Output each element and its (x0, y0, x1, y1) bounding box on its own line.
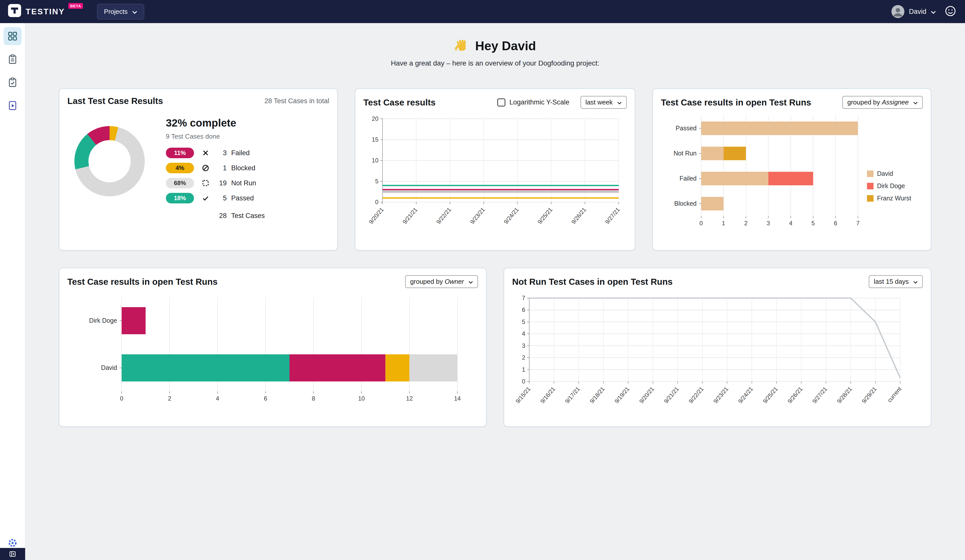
svg-text:9/23/21: 9/23/21 (469, 206, 486, 225)
svg-text:9/26/21: 9/26/21 (570, 206, 587, 225)
chart-legend: DavidDirk DogeFranz Wurst (867, 170, 911, 237)
result-row-blocked: 4% 1 Blocked (166, 160, 265, 176)
failed-icon (201, 149, 209, 157)
card-title: Test Case results (363, 98, 435, 108)
svg-text:Blocked: Blocked (674, 200, 697, 207)
result-count: 5 (214, 194, 227, 202)
svg-text:0: 0 (522, 378, 525, 385)
passed-icon (201, 194, 209, 202)
result-count: 3 (214, 149, 227, 157)
card-title: Last Test Case Results (67, 96, 163, 106)
total-test-cases-note: 28 Test Cases in total (264, 97, 329, 105)
legend-swatch (867, 170, 873, 177)
svg-text:9/27/21: 9/27/21 (811, 386, 828, 405)
legend-item: Dirk Doge (867, 182, 911, 189)
legend-item: Franz Wurst (867, 194, 911, 202)
legend-item: David (867, 170, 911, 177)
group-by-select[interactable]: grouped by Assignee (842, 96, 923, 109)
log-scale-toggle[interactable]: Logarithmic Y-Scale (497, 98, 569, 106)
clipboard-check-icon (7, 77, 18, 88)
user-menu[interactable]: David (891, 5, 936, 18)
range-select[interactable]: last week (581, 96, 627, 109)
svg-text:20: 20 (372, 115, 378, 122)
svg-text:9/25/21: 9/25/21 (536, 206, 554, 225)
range-select[interactable]: last 15 days (869, 275, 923, 288)
projects-dropdown[interactable]: Projects (97, 4, 144, 20)
card-last-test-case-results: Last Test Case Results 28 Test Cases in … (59, 88, 338, 251)
sidebar-item-overview[interactable] (3, 27, 21, 45)
result-count: 1 (214, 164, 227, 172)
not-run-line-chart: 012345679/15/219/16/219/17/219/18/219/19… (512, 292, 920, 416)
svg-text:7: 7 (856, 220, 859, 227)
svg-text:10: 10 (358, 395, 365, 402)
testiny-logo-icon (8, 4, 21, 19)
total-label: Test Cases (231, 212, 265, 220)
total-count: 28 (214, 212, 227, 220)
sidebar-item-test-plans[interactable] (3, 73, 21, 91)
open-runs-owner-bar-chart: 02468101214Dirk DogeDavid (67, 292, 476, 413)
beta-badge: BETA (68, 3, 83, 9)
chevron-down-icon (913, 98, 918, 106)
greeting: Hey David (59, 38, 931, 54)
card-open-runs-by-owner: Test Case results in open Test Runs grou… (59, 268, 486, 427)
svg-text:1: 1 (722, 220, 725, 227)
legend-swatch (867, 195, 873, 202)
svg-text:9/15/21: 9/15/21 (514, 386, 532, 405)
svg-text:1: 1 (522, 366, 525, 373)
svg-text:14: 14 (454, 395, 461, 402)
result-label: Failed (231, 149, 250, 157)
sidebar-item-test-runs[interactable] (3, 96, 21, 114)
result-label: Blocked (231, 164, 255, 172)
card-title: Test Case results in open Test Runs (661, 98, 811, 108)
user-name: David (909, 8, 926, 16)
avatar (891, 5, 904, 18)
testiny-logo[interactable]: TESTINY BETA (8, 4, 83, 19)
chevron-down-icon (617, 98, 622, 106)
svg-text:9/26/21: 9/26/21 (786, 386, 804, 405)
group-by-value: Assignee (882, 98, 909, 106)
sidebar (0, 23, 25, 560)
percent-badge: 68% (166, 178, 194, 188)
open-runs-assignee-bar-chart: 01234567PassedNot RunFailedBlocked (661, 112, 864, 237)
app-root: TESTINY BETA Projects David (0, 0, 965, 560)
range-select-value: last 15 days (874, 278, 909, 286)
group-by-value: Owner (445, 278, 464, 285)
card-open-runs-by-assignee: Test Case results in open Test Runs grou… (653, 88, 931, 251)
svg-text:2: 2 (522, 354, 525, 361)
svg-text:current: current (886, 385, 903, 403)
svg-text:8: 8 (312, 395, 315, 402)
not-run-icon (201, 179, 209, 187)
svg-text:9/22/21: 9/22/21 (435, 206, 452, 225)
sidebar-collapse-button[interactable] (0, 548, 25, 560)
feedback-smiley-button[interactable] (944, 5, 957, 18)
svg-text:0: 0 (699, 220, 703, 227)
svg-text:9/21/21: 9/21/21 (663, 386, 680, 405)
group-by-select[interactable]: grouped by Owner (405, 275, 478, 288)
range-select-value: last week (586, 98, 613, 106)
svg-text:4: 4 (522, 330, 525, 337)
svg-text:9/19/21: 9/19/21 (613, 386, 631, 405)
page-subtitle: Have a great day – here is an overview o… (59, 59, 931, 67)
test-case-results-line-chart: 051015209/20/219/21/219/22/219/23/219/24… (363, 113, 627, 239)
result-row-passed: 18% 5 Passed (166, 191, 265, 206)
result-total-row: 28 Test Cases (166, 208, 265, 223)
log-scale-checkbox[interactable] (497, 98, 505, 106)
percent-complete: 32% complete (166, 117, 265, 129)
svg-text:12: 12 (406, 395, 413, 402)
topbar: TESTINY BETA Projects David (0, 0, 965, 23)
svg-text:9/18/21: 9/18/21 (589, 386, 606, 405)
sidebar-item-test-cases[interactable] (3, 50, 21, 68)
card-not-run-open-runs: Not Run Test Cases in open Test Runs las… (504, 268, 931, 427)
percent-badge: 18% (166, 193, 194, 203)
svg-text:3: 3 (767, 220, 770, 227)
svg-text:9/27/21: 9/27/21 (604, 206, 621, 225)
svg-text:9/20/21: 9/20/21 (638, 386, 656, 405)
svg-text:9/16/21: 9/16/21 (539, 386, 556, 405)
play-document-icon (7, 100, 18, 111)
results-donut-chart (74, 126, 145, 196)
svg-text:9/21/21: 9/21/21 (401, 206, 419, 225)
main-content: Hey David Have a great day – here is an … (25, 0, 965, 427)
svg-text:Dirk Doge: Dirk Doge (89, 317, 117, 324)
svg-text:9/23/21: 9/23/21 (712, 386, 729, 405)
svg-text:10: 10 (372, 157, 378, 164)
